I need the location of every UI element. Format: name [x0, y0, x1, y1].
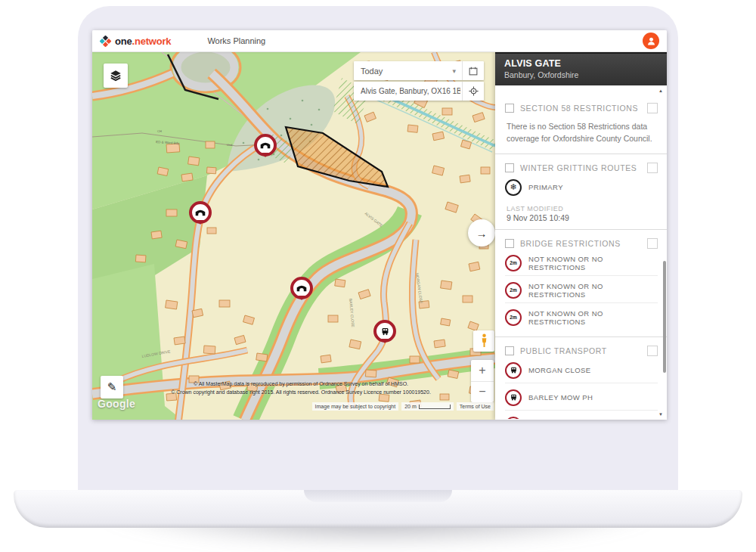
section-label: WINTER GRITTING ROUTES: [520, 163, 637, 172]
app-topbar: one.network Works Planning: [92, 30, 667, 52]
item-label: NOT KNOWN OR NO RESTRICTIONS: [528, 255, 658, 271]
section-label: PUBLIC TRANSPORT: [520, 346, 607, 355]
item-label: NOT KNOWN OR NO RESTRICTIONS: [528, 309, 658, 326]
copyright-notice: Image may be subject to copyright: [312, 402, 399, 411]
bridge-icon: [195, 209, 206, 216]
location-title: ALVIS GATE: [504, 58, 667, 69]
bridge-restriction-marker-2[interactable]: [189, 201, 212, 224]
zoom-in-button[interactable]: +: [471, 360, 494, 382]
section-header[interactable]: BRIDGE RESTRICTIONS: [505, 238, 658, 249]
person-icon: [646, 36, 656, 46]
list-item-partial[interactable]: [505, 410, 658, 420]
section-label: SECTION 58 RESTRICTIONS: [520, 104, 638, 113]
draw-button[interactable]: ✎: [101, 376, 123, 398]
laptop-base: [14, 490, 742, 528]
pegman-icon: [480, 333, 488, 349]
list-item[interactable]: 2m NOT KNOWN OR NO RESTRICTIONS: [505, 275, 658, 302]
section-public-transport: PUBLIC TRANSPORT MORGAN CLOSE: [495, 337, 667, 420]
scroll-down-icon[interactable]: ▼: [658, 412, 663, 417]
list-item[interactable]: BARLEY MOW PH: [505, 383, 658, 410]
location-header: ALVIS GATE Banbury, Oxfordshire: [495, 52, 667, 85]
pegman-button[interactable]: [473, 330, 494, 352]
attribution-line-1: © All MasterMap data is reproduced by pe…: [150, 380, 452, 389]
chevron-down-icon: ▾: [452, 67, 462, 75]
map-attribution: © All MasterMap data is reproduced by pe…: [150, 380, 452, 397]
item-label: NOT KNOWN OR NO RESTRICTIONS: [528, 282, 658, 299]
secondary-checkbox[interactable]: [647, 238, 658, 249]
section-label: BRIDGE RESTRICTIONS: [520, 239, 621, 248]
scale-bar: 20 m: [401, 402, 454, 411]
section-bridge-restrictions: BRIDGE RESTRICTIONS 2m NOT KNOWN OR NO R…: [495, 230, 667, 337]
list-item[interactable]: MORGAN CLOSE: [505, 356, 658, 383]
calendar-button[interactable]: [462, 61, 484, 80]
layer-checkbox[interactable]: [505, 163, 514, 172]
map-canvas[interactable]: ED & Ward Bdy CH Und ALVIS GATE MORGAN C…: [92, 52, 495, 420]
one-network-logo[interactable]: one.network: [100, 36, 171, 47]
zoom-out-button[interactable]: −: [471, 382, 494, 403]
location-search: [354, 82, 484, 101]
pencil-icon: ✎: [107, 380, 117, 394]
sidebar-scroll-area[interactable]: ▲ SECTION 58 RESTRICTIONS There is no Se…: [495, 85, 667, 419]
height-limit-icon: 2m: [505, 255, 522, 271]
map-footer-row: Image may be subject to copyright 20 m T…: [312, 402, 494, 411]
last-modified-value: 9 Nov 2015 10:49: [507, 213, 658, 222]
section-header[interactable]: WINTER GRITTING ROUTES: [505, 163, 658, 173]
layer-checkbox[interactable]: [505, 239, 514, 248]
crosshair-icon: [469, 86, 479, 96]
one-network-logo-icon: [100, 36, 111, 47]
zoom-control: + −: [471, 360, 494, 402]
bus-stop-marker[interactable]: [373, 320, 396, 343]
section-section58: SECTION 58 RESTRICTIONS There is no Sect…: [495, 95, 667, 154]
date-filter-value: Today: [354, 67, 452, 76]
bus-stop-icon: [505, 362, 522, 379]
map-panel: ED & Ward Bdy CH Und ALVIS GATE MORGAN C…: [92, 52, 495, 420]
last-modified-label: LAST MODIFIED: [507, 205, 658, 212]
scale-label: 20 m: [404, 404, 417, 409]
bridge-restriction-marker-1[interactable]: [254, 134, 277, 157]
secondary-checkbox[interactable]: [647, 346, 658, 356]
layer-checkbox[interactable]: [505, 104, 514, 113]
app-content: ED & Ward Bdy CH Und ALVIS GATE MORGAN C…: [92, 52, 667, 420]
svg-text:Und: Und: [227, 143, 232, 147]
sidebar-expand-button[interactable]: →: [468, 219, 495, 247]
section-header[interactable]: SECTION 58 RESTRICTIONS: [505, 103, 658, 113]
user-avatar-button[interactable]: [643, 33, 659, 49]
item-label: MORGAN CLOSE: [528, 366, 590, 374]
scale-bar-line: [419, 405, 451, 409]
height-limit-icon: 2m: [505, 282, 522, 299]
google-watermark: Google: [98, 398, 135, 410]
laptop-mockup: one.network Works Planning: [0, 0, 756, 552]
secondary-checkbox[interactable]: [647, 163, 658, 173]
scrollbar-thumb[interactable]: [663, 261, 666, 373]
arrow-right-icon: →: [476, 227, 488, 240]
date-filter-dropdown[interactable]: Today ▾: [354, 61, 484, 80]
layers-icon: [109, 69, 122, 82]
scroll-up-icon[interactable]: ▲: [658, 88, 663, 93]
bridge-restriction-marker-3[interactable]: [290, 277, 313, 299]
section-winter-gritting: WINTER GRITTING ROUTES ❄ PRIMARY LAST MO…: [495, 154, 667, 230]
bridge-icon: [296, 284, 307, 292]
nav-works-planning[interactable]: Works Planning: [207, 36, 265, 45]
item-label: BARLEY MOW PH: [528, 393, 593, 402]
locate-button[interactable]: [462, 82, 484, 101]
list-item[interactable]: 2m NOT KNOWN OR NO RESTRICTIONS: [505, 249, 658, 275]
item-label: PRIMARY: [528, 183, 563, 191]
layer-checkbox[interactable]: [505, 346, 514, 355]
details-sidebar: ALVIS GATE Banbury, Oxfordshire ▲ SECTIO…: [495, 52, 667, 420]
laptop-screen: one.network Works Planning: [78, 6, 678, 490]
list-item[interactable]: ❄ PRIMARY: [505, 173, 658, 200]
logo-text: one.network: [115, 36, 171, 47]
laptop-notch: [304, 490, 452, 502]
bus-stop-icon: [505, 417, 522, 420]
secondary-checkbox[interactable]: [647, 103, 658, 113]
layers-button[interactable]: [104, 64, 128, 88]
calendar-icon: [469, 67, 478, 76]
section-header[interactable]: PUBLIC TRANSPORT: [505, 346, 658, 356]
list-item[interactable]: 2m NOT KNOWN OR NO RESTRICTIONS: [505, 302, 658, 330]
works-planning-app: one.network Works Planning: [92, 30, 667, 420]
terms-of-use-link[interactable]: Terms of Use: [457, 402, 494, 411]
bridge-icon: [260, 141, 271, 149]
search-input[interactable]: [354, 86, 462, 96]
height-limit-icon: 2m: [505, 309, 522, 326]
bus-icon: [380, 327, 390, 336]
